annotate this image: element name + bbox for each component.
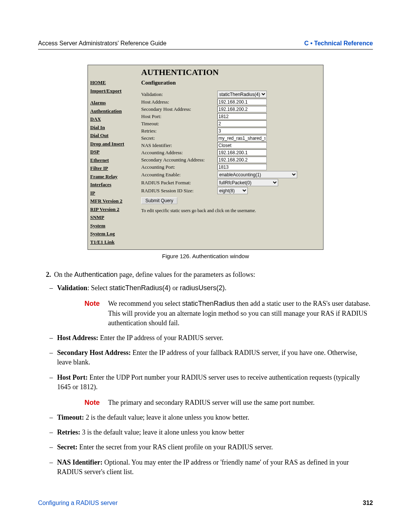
nav-system-log[interactable]: System Log [90, 230, 140, 238]
label-retries: Retries: [141, 128, 217, 134]
step-2-text: On the Authentication page, define value… [54, 270, 373, 280]
page: Access Server Administrators' Reference … [0, 0, 411, 532]
nav-dax[interactable]: DAX [90, 115, 140, 123]
item-timeout: Timeout: 2 is the default value; leave i… [57, 413, 373, 422]
page-header: Access Server Administrators' Reference … [38, 40, 373, 47]
header-section: C • Technical Reference [304, 40, 373, 47]
select-validation[interactable]: staticThenRadius(4) [217, 91, 267, 98]
input-host-address[interactable] [217, 99, 267, 105]
nav-home[interactable]: HOME [90, 79, 140, 86]
nav-sidebar: HOME Import/Export Alarms Authentication… [90, 67, 140, 246]
input-accounting-address[interactable] [217, 149, 267, 156]
note-host-port: Note The primary and secondary RADIUS se… [84, 398, 373, 407]
input-retries[interactable] [217, 128, 267, 134]
label-accounting-address: Accounting Address: [141, 150, 217, 156]
figure-authentication-window: HOME Import/Export Alarms Authentication… [88, 65, 323, 250]
nav-ethernet[interactable]: Ethernet [90, 157, 140, 164]
item-retries: Retries: 3 is the default value; leave i… [57, 428, 373, 437]
input-timeout[interactable] [217, 120, 267, 127]
input-nas-identifier[interactable] [217, 142, 267, 149]
input-secondary-host-address[interactable] [217, 106, 267, 112]
label-timeout: Timeout: [141, 121, 217, 127]
input-host-port[interactable] [217, 113, 267, 120]
note-host-port-text: The primary and secondary RADIUS server … [108, 398, 373, 407]
embedded-web-ui: HOME Import/Export Alarms Authentication… [88, 65, 323, 250]
item-secondary-host-address: Secondary Host Address: Enter the IP add… [57, 348, 373, 367]
nav-import-export[interactable]: Import/Export [90, 87, 140, 95]
label-secret: Secret: [141, 135, 217, 141]
label-validation: Validation: [141, 91, 217, 97]
label-session-id-size: RADIUS Session ID Size: [141, 188, 217, 194]
label-accounting-enable: Accounting Enable: [141, 172, 217, 178]
nav-mfr-v2[interactable]: MFR Version 2 [90, 197, 140, 205]
nav-dial-in[interactable]: Dial In [90, 124, 140, 131]
header-guide-title: Access Server Administrators' Reference … [38, 40, 166, 47]
note-label: Note [84, 299, 108, 328]
figure-caption: Figure 126. Authentication window [38, 253, 373, 259]
nav-system[interactable]: System [90, 222, 140, 230]
item-secret: Secret: Enter the secret from your RAS c… [57, 443, 373, 452]
label-secondary-accounting-address: Secondary Accounting Address: [141, 157, 217, 163]
label-packet-format: RADIUS Packet Format: [141, 180, 217, 186]
footer-page-number: 312 [363, 500, 373, 506]
label-accounting-port: Accounting Port: [141, 164, 217, 170]
nav-authentication[interactable]: Authentication [90, 107, 140, 115]
nav-frame-relay[interactable]: Frame Relay [90, 173, 140, 181]
page-title: AUTHENTICATION [141, 67, 319, 77]
label-host-address: Host Address: [141, 99, 217, 105]
select-packet-format[interactable]: fullRfcPacket(0) [217, 179, 278, 186]
nav-alarms[interactable]: Alarms [90, 99, 140, 107]
nav-snmp[interactable]: SNMP [90, 214, 140, 221]
edit-users-note: To edit specific static users go back an… [141, 208, 319, 214]
note-validation-text: We recommend you select staticThenRadius… [108, 299, 373, 328]
web-ui-main: AUTHENTICATION Configuration Validation:… [141, 67, 319, 246]
nav-ip[interactable]: IP [90, 189, 140, 197]
select-session-id-size[interactable]: eight(8) [217, 187, 248, 194]
item-host-port: Host Port: Enter the UDP Port number you… [57, 373, 373, 408]
nav-drop-insert[interactable]: Drop and Insert [90, 140, 140, 148]
item-validation: Validation: Select staticThenRadius(4) o… [57, 283, 373, 328]
input-accounting-port[interactable] [217, 164, 267, 170]
nav-t1e1-link[interactable]: T1/E1 Link [90, 238, 140, 246]
label-secondary-host-address: Secondary Host Address: [141, 106, 217, 112]
item-nas-identifier: NAS Identifier: Optional. You may enter … [57, 458, 373, 477]
footer-section-title: Configuring a RADIUS server [38, 500, 118, 506]
step-2: 2. On the Authentication page, define va… [38, 270, 373, 280]
label-nas-identifier: NAS Identifier: [141, 142, 217, 149]
parameter-list: Validation: Select staticThenRadius(4) o… [38, 283, 373, 477]
section-heading: Configuration [141, 80, 319, 86]
input-secret[interactable] [217, 135, 267, 141]
input-secondary-accounting-address[interactable] [217, 157, 267, 163]
item-host-address: Host Address: Enter the IP address of yo… [57, 333, 373, 343]
note-label: Note [84, 398, 108, 407]
page-footer: Configuring a RADIUS server 312 [38, 500, 373, 506]
label-host-port: Host Port: [141, 113, 217, 120]
select-accounting-enable[interactable]: enableAccounting(1) [217, 171, 297, 178]
nav-filter-ip[interactable]: Filter IP [90, 165, 140, 172]
header-rule [38, 49, 373, 50]
nav-dial-out[interactable]: Dial Out [90, 132, 140, 139]
nav-rip-v2[interactable]: RIP Version 2 [90, 206, 140, 213]
nav-dsp[interactable]: DSP [90, 148, 140, 156]
step-number: 2. [38, 270, 54, 280]
note-validation: Note We recommend you select staticThenR… [84, 299, 373, 328]
submit-query-button[interactable]: Submit Query [141, 197, 177, 204]
nav-interfaces[interactable]: Interfaces [90, 181, 140, 189]
